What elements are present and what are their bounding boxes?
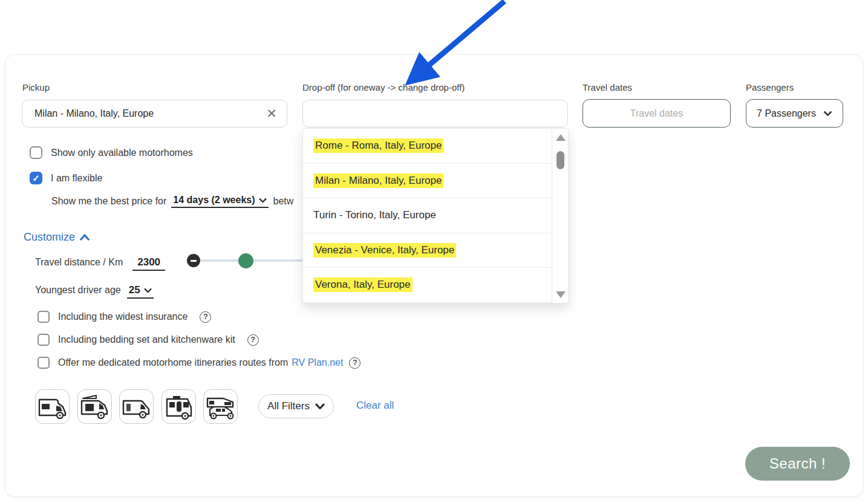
dropdown-option-rome[interactable]: Rome - Roma, Italy, Europe bbox=[303, 129, 568, 164]
insurance-row: Including the widest insurance ? bbox=[38, 311, 211, 323]
dropdown-scrollbar[interactable] bbox=[552, 129, 568, 303]
dropdown-option-label: Turin - Torino, Italy, Europe bbox=[313, 209, 436, 221]
bedding-label: Including bedding set and kitchenware ki… bbox=[58, 334, 235, 345]
dropoff-field[interactable] bbox=[302, 100, 568, 128]
chevron-down-icon bbox=[144, 288, 152, 293]
passengers-select[interactable]: 7 Passengers bbox=[746, 99, 843, 128]
dropdown-option-turin[interactable]: Turin - Torino, Italy, Europe bbox=[303, 198, 568, 233]
chevron-down-icon bbox=[823, 111, 832, 117]
itineraries-label: Offer me dedicated motorhome itineraries… bbox=[58, 357, 288, 368]
clear-pickup-icon[interactable]: ✕ bbox=[261, 103, 282, 124]
insurance-checkbox[interactable] bbox=[38, 311, 50, 323]
travel-dates-input[interactable] bbox=[583, 108, 730, 119]
chevron-up-icon bbox=[80, 234, 90, 241]
driver-age-label: Youngest driver age bbox=[35, 285, 121, 296]
pickup-label: Pickup bbox=[22, 82, 50, 92]
all-filters-label: All Filters bbox=[267, 400, 310, 412]
vehicle-type-integrated-motorhome-button[interactable] bbox=[162, 389, 196, 424]
help-icon[interactable]: ? bbox=[349, 357, 361, 369]
rv-plan-link[interactable]: RV Plan.net bbox=[292, 357, 343, 368]
duration-select[interactable]: 14 days (2 weeks) bbox=[171, 195, 268, 208]
vehicle-type-semi-integrated-motorhome-button[interactable] bbox=[119, 389, 154, 424]
vehicle-type-alcove-motorhome-button[interactable] bbox=[35, 389, 70, 424]
duration-value: 14 days (2 weeks) bbox=[173, 195, 255, 206]
availability-label: Show only available motorhomes bbox=[51, 148, 193, 158]
all-filters-button[interactable]: All Filters bbox=[258, 394, 334, 418]
dropdown-option-milan[interactable]: Milan - Milano, Italy, Europe bbox=[303, 164, 568, 199]
scroll-down-icon[interactable] bbox=[556, 291, 566, 298]
travel-dates-label: Travel dates bbox=[582, 82, 632, 92]
alcove-motorhome-icon bbox=[38, 394, 67, 420]
search-button[interactable]: Search ! bbox=[745, 447, 850, 481]
travel-distance-value[interactable]: 2300 bbox=[132, 256, 165, 271]
help-icon[interactable]: ? bbox=[247, 334, 259, 346]
scrollbar-thumb[interactable] bbox=[556, 151, 564, 169]
scroll-up-icon[interactable] bbox=[556, 134, 566, 141]
driver-age-value: 25 bbox=[129, 284, 140, 296]
bedding-row: Including bedding set and kitchenware ki… bbox=[38, 334, 259, 346]
help-icon[interactable]: ? bbox=[200, 311, 211, 323]
best-price-row: Show me the best price for 14 days (2 we… bbox=[51, 195, 293, 208]
pickup-field[interactable]: ✕ bbox=[22, 100, 287, 128]
driver-age-select[interactable]: 25 bbox=[127, 284, 154, 299]
itineraries-row: Offer me dedicated motorhome itineraries… bbox=[38, 357, 361, 369]
bedding-checkbox[interactable] bbox=[38, 334, 50, 346]
travel-dates-field[interactable] bbox=[582, 99, 731, 128]
travel-distance-row: Travel distance / Km 2300 bbox=[35, 256, 165, 271]
dropdown-option-label: Venezia - Venice, Italy, Europe bbox=[313, 243, 456, 258]
pickup-camper-icon bbox=[206, 394, 235, 420]
flexible-label: I am flexible bbox=[51, 173, 102, 184]
slider-decrease-button[interactable] bbox=[187, 254, 200, 267]
dropdown-option-verona[interactable]: Verona, Italy, Europe bbox=[303, 268, 568, 303]
dropdown-option-label: Milan - Milano, Italy, Europe bbox=[313, 174, 443, 188]
search-form-page: Pickup ✕ Drop-off (for oneway -> change … bbox=[0, 0, 868, 503]
pickup-input[interactable] bbox=[22, 108, 261, 119]
pop-top-campervan-icon bbox=[80, 394, 109, 420]
dropoff-label: Drop-off (for oneway -> change drop-off) bbox=[302, 82, 465, 92]
travel-distance-label: Travel distance / Km bbox=[35, 257, 123, 268]
vehicle-type-pickup-camper-button[interactable] bbox=[203, 389, 238, 424]
dropoff-input[interactable] bbox=[303, 108, 567, 119]
best-price-prefix: Show me the best price for bbox=[51, 196, 166, 207]
chevron-down-icon bbox=[315, 403, 325, 410]
passengers-label: Passengers bbox=[746, 82, 794, 92]
checkmark-icon: ✓ bbox=[32, 173, 40, 184]
best-price-suffix: betw bbox=[273, 196, 294, 207]
customize-label: Customize bbox=[24, 231, 75, 244]
availability-row: Show only available motorhomes bbox=[30, 146, 193, 159]
passengers-value: 7 Passengers bbox=[757, 108, 816, 119]
clear-all-link[interactable]: Clear all bbox=[356, 400, 394, 412]
dropdown-option-label: Rome - Roma, Italy, Europe bbox=[313, 138, 443, 153]
flexible-checkbox[interactable]: ✓ bbox=[30, 172, 42, 184]
driver-age-row: Youngest driver age 25 bbox=[35, 284, 154, 299]
semi-integrated-motorhome-icon bbox=[122, 394, 151, 420]
availability-checkbox[interactable] bbox=[30, 146, 42, 159]
dropoff-suggestions-dropdown: Rome - Roma, Italy, Europe Milan - Milan… bbox=[302, 128, 569, 303]
flexible-row: ✓ I am flexible bbox=[30, 172, 102, 184]
customize-toggle[interactable]: Customize bbox=[24, 231, 90, 244]
dropdown-option-label: Verona, Italy, Europe bbox=[313, 277, 413, 292]
chevron-down-icon bbox=[259, 198, 267, 203]
itineraries-checkbox[interactable] bbox=[38, 357, 50, 369]
insurance-label: Including the widest insurance bbox=[58, 311, 188, 322]
dropdown-option-venezia[interactable]: Venezia - Venice, Italy, Europe bbox=[303, 233, 568, 268]
integrated-motorhome-icon bbox=[165, 394, 194, 420]
vehicle-type-pop-top-campervan-button[interactable] bbox=[77, 389, 112, 424]
distance-slider-thumb[interactable] bbox=[238, 253, 253, 268]
